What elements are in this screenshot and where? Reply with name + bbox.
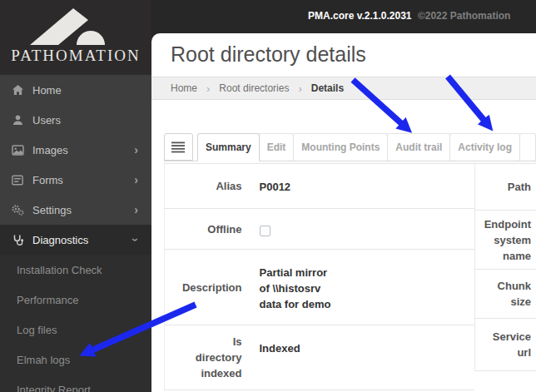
- breadcrumb-root-directories-link[interactable]: Root directories: [219, 82, 289, 94]
- row-label: Endpoint system name: [475, 211, 536, 270]
- sidebar-item-diagnostics[interactable]: Diagnostics ›: [0, 225, 151, 255]
- product-name: PMA.core v.2.1.0.2031: [308, 10, 412, 22]
- chevron-right-icon: ›: [206, 82, 210, 95]
- tab-partial[interactable]: [519, 133, 536, 161]
- image-icon: [10, 143, 25, 156]
- main-panel: Root directory details Home › Root direc…: [151, 33, 536, 392]
- table-row: Endpoint system name: [475, 211, 536, 270]
- details-section: Alias P0012 Offline Description Partial …: [164, 163, 536, 392]
- row-value: Partial mirror of \\histosrv data for de…: [256, 250, 475, 325]
- table-row: Path: [475, 164, 536, 211]
- breadcrumb-home-link[interactable]: Home: [171, 82, 197, 94]
- sidebar-item-label: Users: [32, 114, 61, 127]
- tab-edit[interactable]: Edit: [259, 133, 295, 161]
- row-label: Alias: [165, 164, 256, 209]
- tab-menu-button[interactable]: [164, 133, 193, 161]
- sidebar-item-settings[interactable]: Settings ›: [0, 195, 151, 225]
- gears-icon: [10, 203, 25, 216]
- sidebar-nav: Home Users Images › Forms › Sett: [0, 75, 151, 392]
- app-window: PMA.core v.2.1.0.2031 ©2022 Pathomation …: [0, 0, 536, 392]
- sidebar-item-images[interactable]: Images ›: [0, 135, 151, 165]
- brand-wordmark: PATHOMATION: [0, 47, 151, 65]
- sidebar-item-performance[interactable]: Performance: [0, 285, 151, 315]
- row-label: Offline: [165, 209, 256, 250]
- chevron-right-icon: ›: [134, 144, 138, 156]
- table-row: Chunk size: [475, 270, 536, 319]
- sidebar-item-label: Diagnostics: [32, 234, 88, 246]
- row-label: Path: [475, 164, 536, 211]
- chevron-right-icon: ›: [134, 174, 138, 186]
- row-label: Service url: [475, 319, 536, 371]
- breadcrumb-current: Details: [311, 82, 344, 94]
- table-row: Is directory indexed Indexed: [165, 325, 475, 390]
- app-version-text: PMA.core v.2.1.0.2031 ©2022 Pathomation: [308, 10, 510, 22]
- details-table-right: Path Endpoint system name Chunk size Ser…: [474, 163, 536, 371]
- sidebar-item-integrity-report[interactable]: Integrity Report: [0, 375, 151, 392]
- details-table-left: Alias P0012 Offline Description Partial …: [164, 163, 474, 390]
- home-icon: [10, 83, 25, 97]
- chevron-right-icon: ›: [134, 204, 138, 216]
- table-row: Alias P0012: [165, 164, 475, 209]
- table-row: Offline: [165, 209, 475, 250]
- tab-audit-trail[interactable]: Audit trail: [387, 133, 450, 161]
- sidebar-item-elmah-logs[interactable]: Elmah logs: [0, 345, 151, 375]
- sidebar-item-log-files[interactable]: Log files: [0, 315, 151, 345]
- logo-link[interactable]: PATHOMATION: [0, 0, 151, 75]
- row-value: P0012: [256, 164, 475, 209]
- chevron-down-icon: ›: [131, 238, 142, 242]
- offline-checkbox[interactable]: [260, 226, 270, 236]
- breadcrumb: Home › Root directories › Details: [151, 77, 536, 100]
- tab-mounting-points[interactable]: Mounting Points: [293, 133, 388, 161]
- page-title: Root directory details: [171, 42, 366, 67]
- row-label: Is directory indexed: [165, 325, 256, 390]
- tab-bar: Summary Edit Mounting Points Audit trail…: [164, 133, 536, 161]
- table-row: Description Partial mirror of \\histosrv…: [165, 250, 475, 325]
- sidebar-item-label: Images: [32, 144, 68, 156]
- hamburger-icon: [171, 141, 185, 153]
- sidebar-item-forms[interactable]: Forms ›: [0, 165, 151, 195]
- copyright-text: ©2022 Pathomation: [418, 10, 511, 22]
- form-icon: [10, 173, 25, 186]
- sidebar-item-installation-check[interactable]: Installation Check: [0, 255, 151, 285]
- diagnostics-submenu: Installation Check Performance Log files…: [0, 255, 151, 392]
- sidebar-item-label: Settings: [32, 204, 72, 216]
- stethoscope-icon: [10, 233, 25, 246]
- row-value: [256, 209, 475, 250]
- row-label: Chunk size: [475, 270, 536, 319]
- row-label: Description: [165, 250, 256, 325]
- pathomation-logo-icon: [25, 7, 127, 47]
- tab-summary[interactable]: Summary: [197, 133, 260, 161]
- sidebar-item-home[interactable]: Home: [0, 75, 151, 105]
- sidebar-item-users[interactable]: Users: [0, 105, 151, 135]
- row-value: Indexed: [256, 325, 475, 390]
- table-row: Service url: [475, 319, 536, 371]
- sidebar-item-label: Forms: [32, 174, 63, 186]
- sidebar-item-label: Home: [32, 84, 62, 97]
- chevron-right-icon: ›: [298, 82, 301, 95]
- user-icon: [10, 113, 25, 127]
- tab-activity-log[interactable]: Activity log: [449, 133, 520, 161]
